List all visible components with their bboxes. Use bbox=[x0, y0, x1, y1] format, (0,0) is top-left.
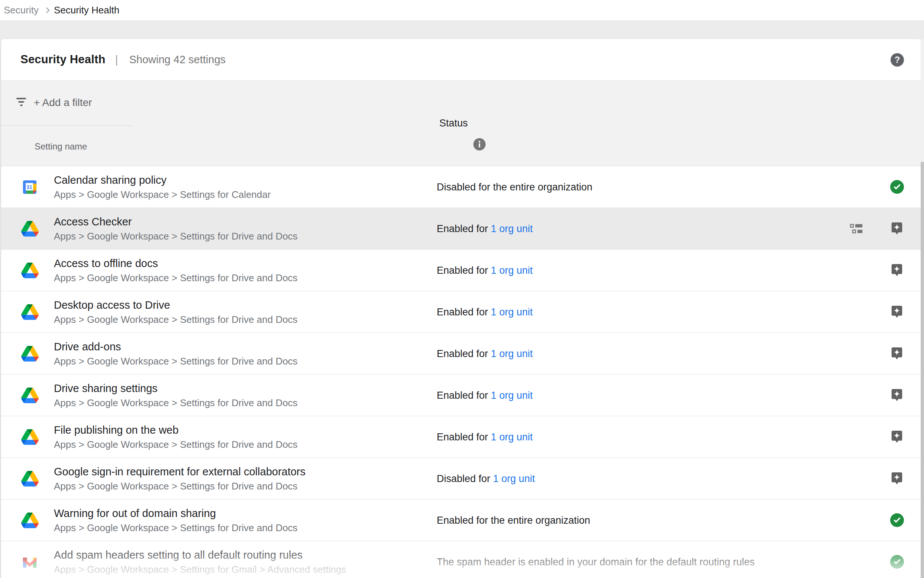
setting-name: Warning for out of domain sharing bbox=[54, 507, 298, 520]
setting-path: Apps > Google Workspace > Settings for D… bbox=[54, 231, 298, 242]
setting-name: File publishing on the web bbox=[54, 424, 298, 436]
org-unit-link[interactable]: 1 org unit bbox=[493, 473, 535, 484]
google-drive-icon bbox=[21, 261, 39, 279]
org-unit-link[interactable]: 1 org unit bbox=[491, 223, 533, 234]
security-health-card: Security Health | Showing 42 settings ? … bbox=[1, 39, 921, 578]
recommendation-badge-icon[interactable] bbox=[890, 263, 904, 278]
google-drive-icon bbox=[21, 303, 39, 321]
status-ok-icon bbox=[890, 555, 904, 570]
table-row[interactable]: Add spam headers setting to all default … bbox=[1, 541, 921, 578]
google-drive-icon bbox=[21, 345, 39, 363]
setting-name: Access Checker bbox=[54, 215, 298, 228]
breadcrumb-current-page: Security Health bbox=[54, 5, 119, 16]
setting-status: Enabled for 1 org unit bbox=[437, 223, 532, 234]
setting-status: Enabled for 1 org unit bbox=[437, 348, 532, 359]
help-icon[interactable]: ? bbox=[890, 53, 904, 67]
recommendation-badge-icon[interactable] bbox=[890, 305, 904, 320]
page-title: Security Health bbox=[21, 53, 105, 66]
google-drive-icon bbox=[21, 428, 39, 446]
org-unit-link[interactable]: 1 org unit bbox=[491, 431, 533, 442]
setting-path: Apps > Google Workspace > Settings for D… bbox=[54, 314, 298, 325]
info-icon[interactable] bbox=[473, 138, 486, 151]
org-unit-link[interactable]: 1 org unit bbox=[491, 265, 533, 276]
setting-status: Disabled for 1 org unit bbox=[437, 473, 535, 484]
setting-name: Desktop access to Drive bbox=[54, 299, 298, 311]
filter-funnel-icon[interactable] bbox=[16, 98, 26, 108]
settings-count-label: Showing 42 settings bbox=[129, 54, 226, 66]
org-unit-link[interactable]: 1 org unit bbox=[491, 390, 533, 401]
scrollbar-thumb[interactable] bbox=[921, 162, 924, 578]
add-filter-button[interactable]: + Add a filter bbox=[34, 97, 92, 109]
table-row[interactable]: File publishing on the web Apps > Google… bbox=[1, 416, 921, 458]
card-title-bar: Security Health | Showing 42 settings bbox=[1, 39, 921, 80]
setting-path: Apps > Google Workspace > Settings for D… bbox=[54, 356, 298, 367]
table-row[interactable]: Warning for out of domain sharing Apps >… bbox=[1, 500, 921, 541]
gmail-icon bbox=[21, 553, 39, 571]
recommendation-badge-icon[interactable] bbox=[890, 346, 904, 361]
setting-name: Access to offline docs bbox=[54, 257, 298, 270]
status-ok-icon bbox=[890, 180, 904, 195]
column-header-status: Status bbox=[439, 117, 468, 129]
recommendation-badge-icon[interactable] bbox=[890, 388, 904, 403]
setting-path: Apps > Google Workspace > Settings for D… bbox=[54, 481, 306, 492]
table-row[interactable]: Drive add-ons Apps > Google Workspace > … bbox=[1, 333, 921, 375]
setting-name: Calendar sharing policy bbox=[54, 174, 270, 186]
setting-status: Enabled for 1 org unit bbox=[437, 390, 532, 401]
google-drive-icon bbox=[21, 386, 39, 404]
setting-path: Apps > Google Workspace > Settings for D… bbox=[54, 397, 298, 409]
setting-status: Disabled for the entire organization bbox=[437, 181, 592, 193]
table-row[interactable]: Google sign-in requirement for external … bbox=[1, 458, 921, 500]
recommendation-badge-icon[interactable] bbox=[890, 471, 904, 486]
table-row[interactable]: Access Checker Apps > Google Workspace >… bbox=[1, 208, 921, 250]
setting-status: Enabled for 1 org unit bbox=[437, 306, 532, 318]
setting-path: Apps > Google Workspace > Settings for G… bbox=[54, 564, 346, 575]
setting-name: Drive add-ons bbox=[54, 340, 298, 353]
setting-name: Add spam headers setting to all default … bbox=[54, 549, 346, 561]
setting-status: Enabled for the entire organization bbox=[437, 515, 590, 526]
status-ok-icon bbox=[890, 513, 904, 528]
setting-path: Apps > Google Workspace > Settings for D… bbox=[54, 272, 298, 284]
setting-name: Google sign-in requirement for external … bbox=[54, 465, 306, 478]
google-drive-icon bbox=[21, 470, 39, 488]
column-header-setting-name: Setting name bbox=[34, 141, 87, 152]
org-unit-link[interactable]: 1 org unit bbox=[491, 306, 533, 317]
svg-text:31: 31 bbox=[26, 184, 32, 190]
table-row[interactable]: Drive sharing settings Apps > Google Wor… bbox=[1, 375, 921, 416]
org-unit-link[interactable]: 1 org unit bbox=[491, 348, 533, 359]
recommendation-badge-icon[interactable] bbox=[890, 221, 904, 236]
google-drive-icon bbox=[21, 220, 39, 238]
title-separator: | bbox=[115, 53, 118, 66]
setting-name: Drive sharing settings bbox=[54, 382, 298, 395]
setting-status: Enabled for 1 org unit bbox=[437, 431, 532, 443]
setting-path: Apps > Google Workspace > Settings for D… bbox=[54, 439, 298, 450]
google-calendar-icon: 31 bbox=[21, 178, 39, 196]
breadcrumb-security-link[interactable]: Security bbox=[4, 5, 39, 16]
filter-and-header-section: + Add a filter Setting name Status bbox=[1, 80, 921, 166]
setting-path: Apps > Google Workspace > Settings for C… bbox=[54, 189, 270, 200]
breadcrumb: Security Security Health bbox=[0, 0, 924, 21]
recommendation-badge-icon[interactable] bbox=[890, 430, 904, 445]
setting-path: Apps > Google Workspace > Settings for D… bbox=[54, 522, 298, 534]
org-units-icon bbox=[850, 224, 865, 234]
table-row[interactable]: 31 Calendar sharing policy Apps > Google… bbox=[1, 166, 921, 208]
google-drive-icon bbox=[21, 511, 39, 529]
filter-divider bbox=[1, 125, 132, 126]
table-row[interactable]: Desktop access to Drive Apps > Google Wo… bbox=[1, 291, 921, 333]
chevron-right-icon bbox=[44, 7, 50, 13]
setting-status: The spam header is enabled in your domai… bbox=[437, 556, 755, 568]
table-row[interactable]: Access to offline docs Apps > Google Wor… bbox=[1, 250, 921, 291]
settings-table: 31 Calendar sharing policy Apps > Google… bbox=[1, 166, 921, 578]
setting-status: Enabled for 1 org unit bbox=[437, 265, 532, 276]
scrollbar-track bbox=[921, 39, 924, 578]
